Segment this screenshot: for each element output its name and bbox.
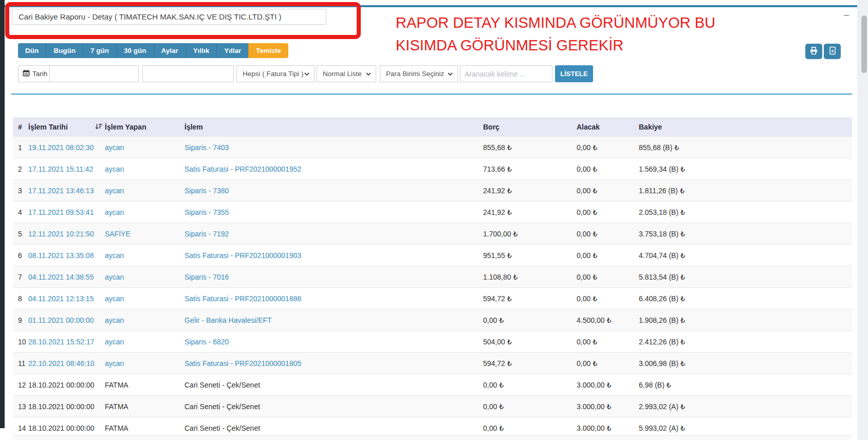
cell-islem[interactable]: Gelir - Banka Havalesi/EFT — [184, 309, 483, 331]
list-type-select[interactable]: Normal Liste — [317, 65, 376, 82]
column-header-no[interactable]: # — [13, 117, 28, 137]
cell-user[interactable]: aycan — [105, 331, 184, 353]
cell-user[interactable]: aycan — [105, 309, 184, 331]
row-number: 6 — [13, 245, 28, 266]
cell-user[interactable]: aycan — [105, 137, 184, 158]
cell-alacak: 0,00 ₺ — [577, 245, 639, 266]
cell-alacak: 0,00 ₺ — [577, 201, 639, 223]
table-row: 608.11.2021 13:35:08aycanSatis Faturasi … — [13, 245, 852, 266]
cell-bakiye: 4.704,74 (B) ₺ — [639, 245, 852, 266]
date-to-input[interactable] — [142, 65, 234, 82]
date-filter-label-text: Tarih — [32, 70, 47, 78]
cell-islem[interactable]: Siparis - 7403 — [184, 137, 483, 158]
cell-user[interactable]: aycan — [105, 353, 184, 374]
column-header-bakiye[interactable]: Bakiye — [639, 117, 852, 137]
cell-islem: Cari Seneti - Çek/Senet — [184, 396, 483, 417]
printer-icon — [809, 46, 818, 57]
range-button-4[interactable]: 30 gün — [116, 43, 154, 58]
cell-date[interactable]: 22.10.2021 08:46:10 — [28, 353, 105, 374]
cell-alacak: 0,00 ₺ — [577, 266, 639, 288]
currency-select[interactable]: Para Birimi Seçiniz — [380, 65, 458, 82]
cell-user[interactable]: aycan — [105, 266, 184, 288]
row-number: 5 — [13, 223, 28, 245]
row-number: 3 — [13, 180, 28, 201]
cell-date[interactable]: 12.11.2021 10:21:50 — [28, 223, 105, 245]
cell-date[interactable]: 04.11.2021 12:13:15 — [28, 288, 105, 309]
cell-date[interactable]: 17.11.2021 15:11:42 — [28, 158, 105, 180]
sidebar-edge — [0, 0, 5, 428]
table-row: 1218.10.2021 00:00:00FATMACari Seneti - … — [13, 374, 852, 396]
range-button-1[interactable]: Dün — [18, 43, 46, 58]
cell-islem[interactable]: Siparis - 7016 — [184, 266, 483, 288]
cell-bakiye: 3.753,18 (B) ₺ — [639, 223, 852, 245]
range-button-3[interactable]: 7 gün — [83, 43, 116, 58]
range-button-7[interactable]: Yıllar — [216, 43, 248, 58]
cell-user[interactable]: aycan — [105, 245, 184, 266]
column-header-alacak[interactable]: Alacak — [577, 117, 639, 137]
cell-alacak: 0,00 ₺ — [577, 158, 639, 180]
cell-bakiye: 2.053,18 (B) ₺ — [639, 201, 852, 223]
cell-borc: 951,55 ₺ — [483, 245, 577, 266]
cell-date[interactable]: 19.11.2021 08:02:30 — [28, 137, 105, 158]
cell-user[interactable]: aycan — [105, 201, 184, 223]
clear-button[interactable]: Temizle — [248, 43, 288, 58]
scrollbar-thumb[interactable] — [861, 15, 867, 73]
list-button[interactable]: LİSTELE — [555, 65, 593, 82]
search-input[interactable] — [460, 65, 552, 82]
cell-borc: 1.108,80 ₺ — [483, 266, 577, 288]
cell-date[interactable]: 28.10.2021 15:52:17 — [28, 331, 105, 353]
cell-borc: 1.700,00 ₺ — [483, 223, 577, 245]
cell-user[interactable]: aycan — [105, 180, 184, 201]
cell-alacak: 3.000,00 ₺ — [577, 396, 639, 417]
section-divider — [11, 94, 852, 95]
cell-borc: 594,72 ₺ — [483, 288, 577, 309]
range-button-5[interactable]: Aylar — [154, 43, 186, 58]
date-filter-label: Tarih — [18, 65, 50, 82]
table-row: 317.11.2021 13:46:13aycanSiparis - 73802… — [13, 180, 852, 201]
cell-date[interactable]: 08.11.2021 13:35:08 — [28, 245, 105, 266]
cell-islem[interactable]: Satis Faturasi - PRF2021000001805 — [184, 353, 483, 374]
cell-islem: Cari Seneti - Çek/Senet — [184, 374, 483, 396]
cell-islem[interactable]: Siparis - 7355 — [184, 201, 483, 223]
column-header-date-label: İşlem Tarihi — [28, 123, 68, 131]
cell-bakiye: 5.813,54 (B) ₺ — [639, 266, 852, 288]
cell-date[interactable]: 17.11.2021 13:46:13 — [28, 180, 105, 201]
cell-borc: 241,92 ₺ — [483, 201, 577, 223]
excel-export-button[interactable]: x — [824, 44, 841, 59]
annotation-note-line2: KISIMDA GÖRÜNMESİ GEREKİR — [396, 34, 755, 57]
filter-bar: Tarih Hepsi ( Fatura Tipi ) Normal Liste… — [5, 65, 857, 82]
column-header-borc[interactable]: Borç — [483, 117, 577, 137]
table-row: 1318.10.2021 00:00:00FATMACari Seneti - … — [13, 396, 852, 417]
annotation-note-line1: RAPOR DETAY KISMINDA GÖRÜNMÜYOR BU — [396, 11, 755, 34]
date-from-input[interactable] — [50, 65, 139, 82]
column-header-date[interactable]: İşlem Tarihi — [28, 117, 105, 137]
cell-alacak: 3.000,00 ₺ — [577, 374, 639, 396]
range-button-6[interactable]: Yıllık — [186, 43, 217, 58]
cell-islem[interactable]: Siparis - 6820 — [184, 331, 483, 353]
range-button-2[interactable]: Bugün — [46, 43, 83, 58]
range-buttons: DünBugün7 gün30 günAylarYıllıkYıllarTemi… — [18, 43, 288, 58]
cell-user[interactable]: SAFİYE — [105, 223, 184, 245]
column-header-islem[interactable]: İşlem — [184, 117, 483, 137]
table-row: 901.11.2021 00:00:00aycanGelir - Banka H… — [13, 309, 852, 331]
invoice-type-select[interactable]: Hepsi ( Fatura Tipi ) — [236, 65, 315, 82]
cell-islem[interactable]: Siparis - 7192 — [184, 223, 483, 245]
invoice-type-value: Hepsi ( Fatura Tipi ) — [243, 70, 304, 78]
print-button[interactable] — [805, 44, 822, 59]
cell-date[interactable]: 17.11.2021 09:53:41 — [28, 201, 105, 223]
table-row: 704.11.2021 14:38:55aycanSiparis - 70161… — [13, 266, 852, 288]
cell-islem[interactable]: Siparis - 7380 — [184, 180, 483, 201]
cell-islem[interactable]: Satis Faturasi - PRF2021000001952 — [184, 158, 483, 180]
cell-date[interactable]: 04.11.2021 14:38:55 — [28, 266, 105, 288]
sort-desc-icon[interactable] — [95, 122, 103, 132]
cell-user[interactable]: aycan — [105, 288, 184, 309]
cell-bakiye: 2.993,02 (A) ₺ — [639, 396, 852, 417]
annotation-note: RAPOR DETAY KISMINDA GÖRÜNMÜYOR BU KISIM… — [396, 11, 755, 57]
cell-user[interactable]: aycan — [105, 158, 184, 180]
column-header-user[interactable]: İşlem Yapan — [105, 117, 184, 137]
collapse-panel-button[interactable]: – — [839, 8, 854, 21]
cell-date[interactable]: 01.11.2021 00:00:00 — [28, 309, 105, 331]
cell-date: 18.10.2021 00:00:00 — [28, 396, 105, 417]
cell-islem[interactable]: Satis Faturasi - PRF2021000001886 — [184, 288, 483, 309]
cell-islem[interactable]: Satis Faturasi - PRF2021000001903 — [184, 245, 483, 266]
